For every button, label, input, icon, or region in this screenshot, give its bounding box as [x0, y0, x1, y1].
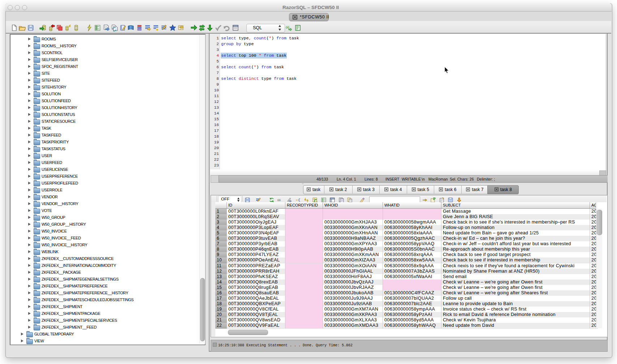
svg-text:66: 66	[286, 25, 289, 29]
svg-text:66: 66	[277, 198, 281, 202]
